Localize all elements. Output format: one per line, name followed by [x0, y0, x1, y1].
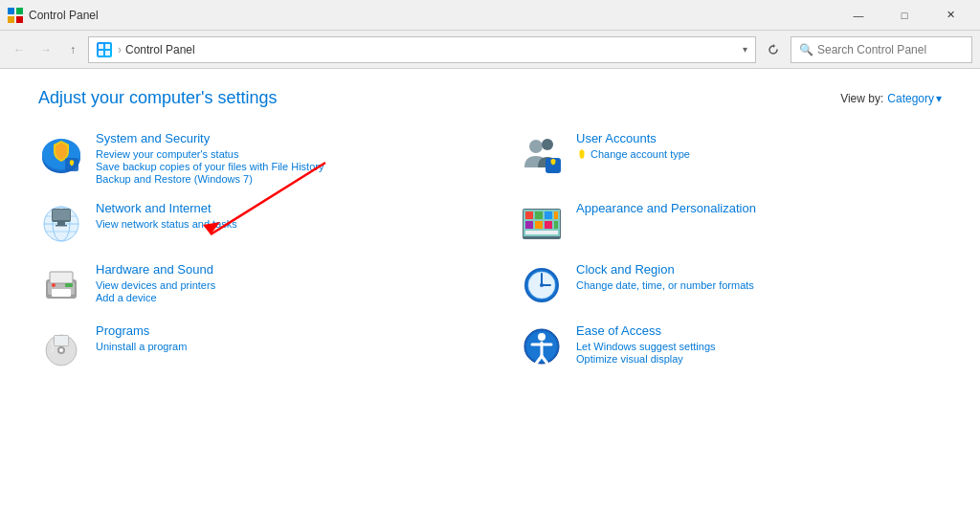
clock-content: Clock and Region Change date, time, or n…	[576, 262, 754, 292]
category-user-accounts[interactable]: User Accounts Change account type	[519, 131, 942, 186]
svg-rect-54	[55, 336, 68, 345]
address-dropdown-icon[interactable]: ▾	[743, 44, 747, 55]
address-bar: ← → ↑ › Control Panel ▾ 🔍	[0, 31, 980, 69]
svg-rect-35	[554, 221, 558, 229]
path-separator: ›	[118, 43, 122, 56]
ease-link-1[interactable]: Let Windows suggest settings	[576, 341, 716, 352]
view-by-label: View by:	[840, 92, 883, 105]
title-bar: Control Panel — □ ✕	[0, 0, 980, 31]
svg-rect-30	[545, 211, 552, 219]
svg-rect-25	[56, 225, 67, 227]
up-button[interactable]: ↑	[61, 38, 84, 61]
system-security-icon	[38, 131, 84, 177]
svg-rect-2	[8, 16, 14, 23]
window-title: Control Panel	[29, 9, 836, 22]
category-hardware[interactable]: Hardware and Sound View devices and prin…	[38, 262, 461, 308]
svg-rect-41	[52, 289, 71, 297]
svg-point-52	[59, 348, 63, 352]
programs-icon	[38, 323, 84, 369]
app-icon	[8, 8, 23, 23]
programs-title[interactable]: Programs	[96, 323, 187, 338]
category-programs[interactable]: Programs Uninstall a program	[38, 323, 461, 369]
category-network[interactable]: Network and Internet View network status…	[38, 201, 461, 247]
view-by-dropdown[interactable]: Category ▾	[887, 92, 942, 105]
svg-rect-37	[538, 236, 546, 238]
user-link-1[interactable]: Change account type	[576, 148, 690, 160]
hardware-title[interactable]: Hardware and Sound	[96, 262, 215, 277]
svg-rect-32	[525, 221, 533, 229]
network-link-1[interactable]: View network status and tasks	[96, 218, 237, 230]
svg-rect-4	[99, 44, 103, 49]
search-icon: 🔍	[799, 43, 813, 56]
svg-rect-24	[57, 222, 65, 225]
close-button[interactable]: ✕	[928, 0, 972, 31]
svg-rect-1	[16, 8, 23, 14]
hardware-link-2[interactable]: Add a device	[96, 292, 215, 303]
clock-title[interactable]: Clock and Region	[576, 262, 754, 277]
content-header: Adjust your computer's settings View by:…	[38, 88, 942, 108]
svg-rect-33	[535, 221, 543, 229]
system-security-title[interactable]: System and Security	[96, 131, 323, 145]
hardware-link-1[interactable]: View devices and printers	[96, 279, 215, 291]
svg-point-14	[529, 140, 543, 153]
programs-content: Programs Uninstall a program	[96, 323, 187, 353]
user-accounts-icon	[519, 131, 565, 177]
programs-link-1[interactable]: Uninstall a program	[96, 341, 187, 352]
forward-button[interactable]: →	[34, 38, 57, 61]
svg-rect-34	[545, 221, 552, 229]
svg-rect-0	[8, 8, 14, 14]
user-accounts-content: User Accounts Change account type	[576, 131, 690, 161]
hardware-icon	[38, 262, 84, 308]
network-content: Network and Internet View network status…	[96, 201, 237, 231]
page-title: Adjust your computer's settings	[38, 88, 278, 108]
category-system-security[interactable]: System and Security Review your computer…	[38, 131, 461, 186]
svg-rect-28	[525, 211, 533, 219]
search-input[interactable]	[817, 43, 964, 56]
system-link-2[interactable]: Save backup copies of your files with Fi…	[96, 161, 323, 172]
content-area: Adjust your computer's settings View by:…	[0, 69, 980, 389]
system-link-3[interactable]: Backup and Restore (Windows 7)	[96, 173, 323, 185]
svg-rect-3	[16, 16, 23, 23]
address-path[interactable]: › Control Panel ▾	[88, 36, 756, 63]
ease-access-icon	[519, 323, 565, 369]
view-by: View by: Category ▾	[840, 92, 942, 105]
user-accounts-title[interactable]: User Accounts	[576, 131, 690, 145]
svg-point-49	[540, 283, 544, 287]
svg-rect-42	[65, 283, 73, 287]
appearance-title[interactable]: Appearance and Personalization	[576, 201, 756, 215]
path-text: Control Panel	[125, 43, 195, 56]
search-box[interactable]: 🔍	[791, 36, 972, 63]
back-button[interactable]: ←	[8, 38, 31, 61]
maximize-button[interactable]: □	[882, 0, 926, 31]
ease-link-2[interactable]: Optimize visual display	[576, 353, 716, 365]
window-controls: — □ ✕	[836, 0, 972, 31]
category-clock[interactable]: Clock and Region Change date, time, or n…	[519, 262, 942, 308]
appearance-icon	[519, 201, 565, 247]
minimize-button[interactable]: —	[836, 0, 880, 31]
svg-point-15	[542, 139, 553, 150]
path-icon	[97, 42, 112, 57]
svg-rect-6	[99, 51, 103, 56]
network-icon	[38, 201, 84, 247]
category-appearance[interactable]: Appearance and Personalization	[519, 201, 942, 247]
hardware-content: Hardware and Sound View devices and prin…	[96, 262, 215, 304]
category-ease-access[interactable]: Ease of Access Let Windows suggest setti…	[519, 323, 942, 369]
svg-rect-31	[554, 211, 558, 219]
network-title[interactable]: Network and Internet	[96, 201, 237, 215]
ease-access-title[interactable]: Ease of Access	[576, 323, 716, 338]
system-link-1[interactable]: Review your computer's status	[96, 148, 323, 160]
svg-rect-40	[50, 272, 73, 283]
refresh-button[interactable]	[760, 36, 787, 63]
svg-rect-29	[535, 211, 543, 219]
svg-rect-7	[105, 51, 110, 56]
svg-rect-5	[105, 44, 110, 49]
svg-rect-36	[525, 231, 558, 234]
svg-point-57	[538, 333, 546, 341]
appearance-content: Appearance and Personalization	[576, 201, 756, 218]
clock-icon	[519, 262, 565, 308]
svg-point-43	[52, 283, 56, 287]
categories-grid: System and Security Review your computer…	[38, 131, 942, 369]
clock-link-1[interactable]: Change date, time, or number formats	[576, 279, 754, 291]
ease-access-content: Ease of Access Let Windows suggest setti…	[576, 323, 716, 366]
view-by-value-text: Category	[887, 92, 934, 105]
